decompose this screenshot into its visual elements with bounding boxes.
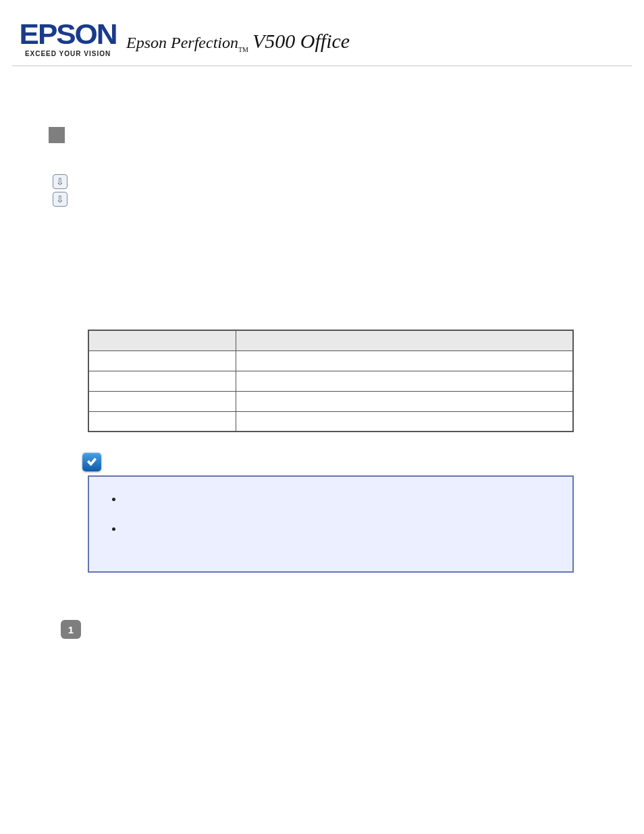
table-cell [236,411,573,432]
table-cell [236,371,573,391]
brand-logo-block: EPSON EXCEED YOUR VISION [22,20,114,57]
note-item [123,493,554,523]
product-line: Epson Perfection [126,34,238,51]
table-header-cell [88,330,236,350]
table-header-cell [236,330,573,350]
check-note-icon [82,452,101,471]
table-row [88,350,573,371]
page-root: EPSON EXCEED YOUR VISION Epson Perfectio… [0,0,644,733]
note-item [123,523,554,552]
table-cell [88,411,236,432]
document-header: EPSON EXCEED YOUR VISION Epson Perfectio… [12,20,632,66]
table-cell [88,371,236,391]
note-list [108,493,554,552]
product-title: Epson PerfectionTM V500 Office [126,30,350,57]
table-row [88,371,573,391]
table-row [88,411,573,432]
spec-table [88,330,574,432]
brand-tagline: EXCEED YOUR VISION [25,50,111,57]
table-cell [236,350,573,371]
note-box [88,475,574,573]
table-row [88,391,573,411]
header-divider [12,66,632,66]
section-marker-icon [49,127,65,143]
step-1-badge: 1 [61,620,81,639]
anchor-link-1[interactable]: ⇩ [53,173,591,190]
table-cell [88,350,236,371]
brand-logo-text: EPSON [20,20,117,49]
spacer [53,432,591,452]
table-header-row [88,330,573,350]
spacer [53,573,591,620]
content-area: ⇩ ⇩ [12,93,632,706]
down-arrow-icon: ⇩ [53,192,68,207]
spacer [53,208,591,330]
spacer [53,93,591,127]
table-cell [88,391,236,411]
spacer [53,146,591,173]
down-arrow-icon: ⇩ [53,174,68,189]
spacer [53,639,591,706]
anchor-link-2[interactable]: ⇩ [53,190,591,208]
product-model: V500 Office [252,30,350,52]
table-cell [236,391,573,411]
trademark: TM [238,46,248,53]
